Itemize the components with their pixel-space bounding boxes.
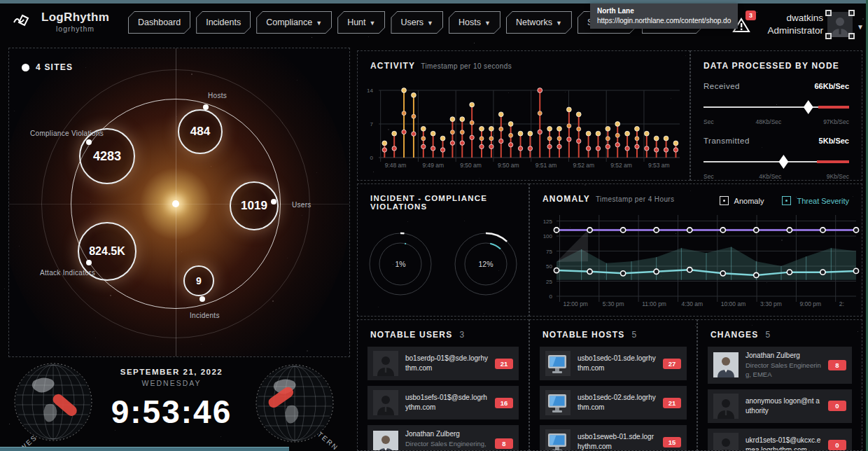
- user-avatar-icon: [373, 431, 398, 451]
- radar-dot: [200, 296, 205, 302]
- radar-bubble-label: Hosts: [208, 92, 227, 99]
- activity-subtitle: Timestamp per 10 seconds: [421, 62, 512, 70]
- gauge-12%[interactable]: 12%: [452, 230, 519, 298]
- activity-panel: ACTIVITY Timestamp per 10 seconds 14709:…: [357, 50, 690, 181]
- legend-anomaly[interactable]: Anomaly: [720, 196, 764, 205]
- notable-host-row[interactable]: usbo1sedc-02.sde.logrhythm.com 21: [540, 386, 687, 419]
- count-badge: 21: [663, 398, 681, 408]
- user-avatar[interactable]: [827, 12, 853, 37]
- row-text: Jonathan ZulbergDirector Sales Engineeri…: [746, 351, 821, 380]
- svg-text:100: 100: [543, 233, 553, 240]
- user-avatar-icon: [373, 390, 398, 415]
- radar-core: [172, 200, 179, 207]
- notable-host-row[interactable]: usbo1seweb-01.sde.logrhythm.com 15: [540, 425, 687, 451]
- notable-users-count: 3: [459, 330, 464, 340]
- received-slider[interactable]: [704, 100, 849, 114]
- svg-text:25: 25: [546, 279, 552, 285]
- logrhythm-logo[interactable]: LogRhythm logrhythm: [13, 11, 109, 33]
- count-badge: 0: [828, 440, 846, 450]
- nav-button-hosts[interactable]: Hosts▼: [449, 11, 500, 34]
- count-badge: 0: [828, 401, 846, 411]
- count-badge: 21: [495, 359, 513, 369]
- sites-dot-icon: [22, 64, 29, 71]
- legend-threat-severity[interactable]: Threat Severity: [782, 196, 849, 205]
- row-text: usbo1seweb-01.sde.logrhythm.com: [578, 432, 656, 451]
- anomaly-chart[interactable]: 125100755025012:00 pm5:30 pm11:00 pm4:30…: [530, 207, 862, 313]
- gauge-value: 1%: [367, 230, 434, 298]
- radar-bubble-label: Compliance Violations: [30, 130, 104, 137]
- transmitted-value: 5Kb/Sec: [819, 137, 849, 145]
- radar-dot: [271, 199, 276, 204]
- notable-user-row[interactable]: usbo1sefs-01$@sde.logrhythm.com 16: [368, 386, 519, 419]
- change-row[interactable]: Jonathan ZulbergDirector Sales Engineeri…: [708, 347, 852, 384]
- tooltip-title: North Lane: [597, 7, 634, 15]
- nav-button-incidents[interactable]: Incidents: [196, 11, 251, 34]
- radar-bubble-label: Users: [292, 201, 312, 209]
- svg-text:2:: 2:: [839, 300, 844, 307]
- legend-checkbox-icon: [782, 196, 791, 205]
- transmitted-label: Transmitted: [704, 137, 750, 145]
- received-slider-block: Received 66Kb/Sec Sec48Kb/Sec97Kb/Sec: [691, 82, 862, 125]
- radar-dot: [203, 104, 209, 110]
- legend-checkbox-icon: [720, 196, 729, 205]
- gauge-value: 12%: [452, 230, 519, 298]
- row-text: Jonathan ZulbergDirector Sales Engineeri…: [405, 429, 488, 451]
- notable-user-row[interactable]: bo1serdp-01$@sde.logrhythm.com 21: [368, 347, 519, 380]
- chevron-down-icon: ▼: [427, 20, 433, 27]
- svg-text:50: 50: [546, 263, 552, 270]
- top-nav-bar: LogRhythm logrhythm DashboardIncidentsCo…: [0, 4, 868, 46]
- radar-bubble-label: Attack Indicators: [40, 269, 95, 277]
- user-avatar-icon: [713, 352, 738, 377]
- user-menu-caret-icon[interactable]: ▼: [857, 23, 864, 31]
- nav-button-networks[interactable]: Networks▼: [506, 11, 572, 34]
- svg-text:5:30 pm: 5:30 pm: [603, 300, 624, 307]
- transmitted-slider-block: Transmitted 5Kb/Sec Sec4Kb/Sec9Kb/Sec: [691, 137, 862, 180]
- logo-subtitle: logrhythm: [41, 25, 109, 33]
- nav-button-compliance[interactable]: Compliance▼: [256, 11, 332, 34]
- logo-title: LogRhythm: [41, 11, 109, 25]
- svg-text:9:50 am: 9:50 am: [498, 162, 519, 169]
- nav-button-users[interactable]: Users▼: [391, 11, 443, 34]
- nav-button-dashboard[interactable]: Dashboard: [128, 11, 190, 34]
- notable-host-row[interactable]: usbo1sedc-01.sde.logrhythm.com 27: [540, 347, 687, 380]
- radar-bubble-users[interactable]: 1019: [230, 181, 279, 230]
- svg-text:12:00 pm: 12:00 pm: [564, 300, 588, 307]
- svg-text:0: 0: [370, 155, 374, 161]
- horizontal-scrollbar[interactable]: [0, 447, 289, 451]
- notable-user-row[interactable]: Jonathan ZulbergDirector Sales Engineeri…: [368, 425, 519, 451]
- clock-block: SEPTEMBER 21, 2022 WEDNESDAY 9:53:46: [98, 368, 245, 431]
- svg-text:9:51 am: 9:51 am: [536, 162, 557, 169]
- slider-thumb[interactable]: [778, 155, 788, 169]
- clock-date: SEPTEMBER 21, 2022: [98, 368, 245, 376]
- transmitted-slider[interactable]: [704, 155, 849, 169]
- data-processed-title: DATA PROCESSED BY NODE: [704, 61, 839, 71]
- chevron-down-icon: ▼: [316, 20, 322, 27]
- change-row[interactable]: ukrd1sets-01$@ukcxc.emea.logrhythm.com 0: [708, 429, 852, 451]
- change-row[interactable]: anonymous logon@nt authority 0: [708, 389, 852, 423]
- chevron-down-icon: ▼: [556, 20, 562, 27]
- slider-thumb[interactable]: [804, 100, 813, 114]
- svg-text:4:30 am: 4:30 am: [681, 300, 703, 307]
- radar-bubble-hosts[interactable]: 484: [178, 109, 223, 154]
- radar-bubble-incidents[interactable]: 9: [183, 265, 214, 296]
- notable-users-panel: NOTABLE USERS 3 bo1serdp-01$@sde.logrhyt…: [357, 319, 529, 451]
- gauge-1%[interactable]: 1%: [367, 230, 434, 298]
- host-monitor-icon: [545, 351, 570, 376]
- activity-chart[interactable]: 14709:48 am9:49 am9:50 am9:50 am9:51 am9…: [358, 75, 690, 180]
- row-text: ukrd1sets-01$@ukcxc.emea.logrhythm.com: [746, 436, 821, 451]
- notable-hosts-count: 5: [631, 330, 636, 340]
- row-subtitle: Director Sales Engineering, EMEA: [746, 361, 821, 380]
- count-badge: 15: [663, 437, 681, 447]
- eastern-globe: [254, 363, 335, 447]
- notable-hosts-title: NOTABLE HOSTS: [542, 330, 624, 340]
- changes-count: 5: [765, 330, 770, 340]
- user-info: dwatkins Administrator: [767, 12, 823, 37]
- anomaly-panel: ANOMALY Timestamp per 4 Hours Anomaly Th…: [529, 183, 862, 317]
- anomaly-subtitle: Timestamp per 4 Hours: [596, 195, 675, 203]
- svg-text:7: 7: [370, 121, 374, 127]
- svg-text:11:00 pm: 11:00 pm: [642, 300, 666, 307]
- count-badge: 27: [663, 359, 681, 369]
- nav-button-hunt[interactable]: Hunt▼: [337, 11, 385, 34]
- svg-text:9:49 am: 9:49 am: [422, 162, 444, 169]
- activity-title: ACTIVITY: [370, 61, 415, 71]
